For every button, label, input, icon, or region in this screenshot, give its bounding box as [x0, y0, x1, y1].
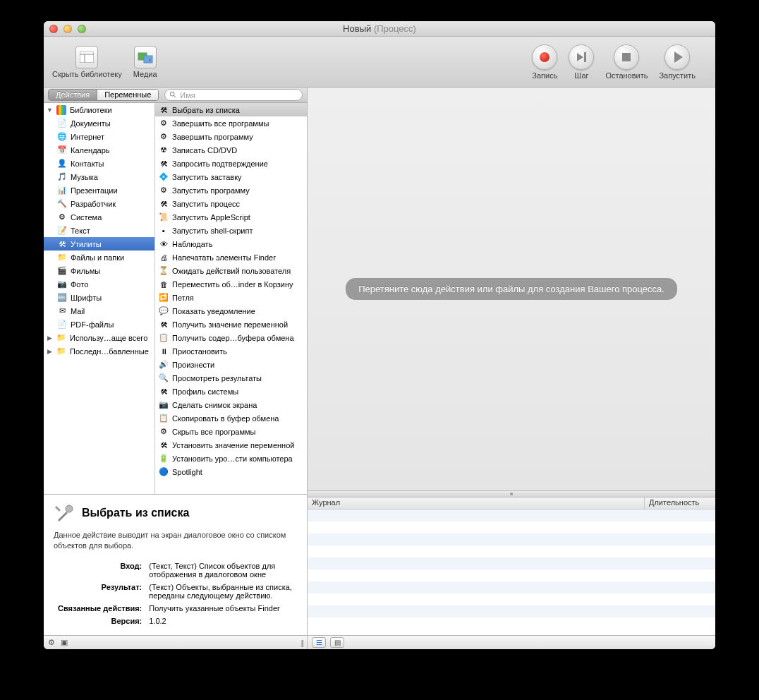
tab-variables[interactable]: Переменные — [97, 90, 158, 100]
category-item[interactable]: 📄Документы — [44, 116, 154, 130]
action-item[interactable]: 🗑Переместить об…inder в Корзину — [155, 277, 307, 291]
category-item[interactable]: 📄PDF-файлы — [44, 318, 154, 331]
category-smart-item[interactable]: ▶📁Последн…бавленные — [44, 344, 154, 358]
action-item[interactable]: 🖨Напечатать элементы Finder — [155, 251, 307, 264]
action-details: Выбрать из списка Данное действие выводи… — [44, 494, 307, 635]
action-item[interactable]: ▪Запустить shell-скрипт — [155, 224, 307, 237]
details-version-label: Версия: — [55, 615, 145, 627]
view-flow-button[interactable]: ▤ — [330, 637, 344, 648]
action-item[interactable]: 🔋Установить уро…сти компьютера — [155, 452, 307, 465]
gear-menu-button[interactable] — [48, 638, 55, 647]
search-input[interactable]: Имя — [164, 89, 303, 101]
action-item[interactable]: 📋Скопировать в буфер обмена — [155, 411, 307, 425]
action-icon: ⚙ — [158, 131, 169, 143]
category-item[interactable]: ✉Mail — [44, 304, 154, 318]
log-panel: Журнал Длительность — [308, 497, 715, 635]
action-item[interactable]: 🔵Spotlight — [155, 465, 307, 478]
workflow-canvas[interactable]: Перетяните сюда действия или файлы для с… — [308, 88, 715, 490]
category-icon: 👤 — [56, 158, 68, 169]
action-item[interactable]: ⚙Завершить все программы — [155, 116, 307, 130]
action-item[interactable]: 👁Наблюдать — [155, 237, 307, 251]
action-icon: 🛠 — [158, 440, 169, 451]
action-item[interactable]: 🛠Получить значение переменной — [155, 318, 307, 331]
action-item[interactable]: 🔍Просмотреть результаты — [155, 371, 307, 385]
log-col-journal[interactable]: Журнал — [308, 497, 645, 509]
action-icon: ⚙ — [158, 118, 169, 129]
action-item[interactable]: 🛠Запустить процесс — [155, 197, 307, 210]
action-item[interactable]: 🔁Петля — [155, 291, 307, 304]
category-smart-item[interactable]: ▶📁Использу…аще всего — [44, 331, 154, 344]
search-icon — [169, 91, 177, 99]
stop-button[interactable]: Остановить — [605, 44, 648, 80]
details-version-value: 1.0.2 — [146, 615, 296, 627]
step-button[interactable]: Шаг — [569, 44, 594, 80]
category-icon: 📄 — [56, 319, 68, 330]
category-icon: ⚙ — [56, 212, 68, 223]
action-icon: 🛠 — [158, 104, 169, 116]
action-item[interactable]: 🛠Профиль системы — [155, 385, 307, 398]
action-item[interactable]: ⏸Приостановить — [155, 344, 307, 358]
step-icon — [569, 44, 594, 70]
category-item[interactable]: 📊Презентации — [44, 183, 154, 197]
action-item[interactable]: ⚙Завершить программу — [155, 130, 307, 143]
category-icon: 📁 — [56, 252, 68, 263]
action-icon: 📋 — [158, 332, 169, 344]
details-related-label: Связанные действия: — [55, 603, 145, 614]
category-item[interactable]: 🌐Интернет — [44, 130, 154, 143]
panel-toggle-button[interactable]: ▣ — [61, 638, 68, 647]
action-icon: 🔍 — [158, 373, 169, 384]
tab-actions[interactable]: Действия — [49, 90, 97, 100]
action-item[interactable]: 📋Получить содер…буфера обмена — [155, 331, 307, 344]
action-item[interactable]: ⚙Скрыть все программы — [155, 425, 307, 438]
action-item[interactable]: 📜Запустить AppleScript — [155, 210, 307, 224]
splitter-handle[interactable] — [308, 490, 715, 497]
view-list-button[interactable]: ☰ — [312, 637, 326, 648]
titlebar: Новый (Процесс) — [44, 21, 715, 37]
action-item[interactable]: 🔊Произнести — [155, 358, 307, 371]
category-item[interactable]: 📷Фото — [44, 277, 154, 291]
category-root[interactable]: ▼Библиотеки — [44, 103, 154, 116]
run-button[interactable]: Запустить — [659, 44, 696, 80]
log-col-duration[interactable]: Длительность — [645, 497, 715, 509]
action-item[interactable]: 📷Сделать снимок экрана — [155, 398, 307, 411]
action-item[interactable]: ☢Записать CD/DVD — [155, 143, 307, 157]
action-item[interactable]: 🛠Выбрать из списка — [155, 103, 307, 116]
category-list[interactable]: ▼Библиотеки📄Документы🌐Интернет📅Календарь… — [44, 103, 155, 494]
hide-library-button[interactable]: Скрыть библиотеку — [52, 46, 122, 78]
action-icon: 🔊 — [158, 359, 169, 370]
action-icon: ⏸ — [158, 346, 169, 357]
category-item[interactable]: 📅Календарь — [44, 143, 154, 157]
category-item[interactable]: 👤Контакты — [44, 157, 154, 170]
action-list[interactable]: 🛠Выбрать из списка⚙Завершить все програм… — [155, 103, 307, 494]
resize-handle-icon[interactable]: ||| — [300, 639, 303, 647]
record-button[interactable]: Запись — [532, 44, 557, 80]
category-item[interactable]: 🔨Разработчик — [44, 197, 154, 210]
action-icon: 💬 — [158, 306, 169, 317]
action-item[interactable]: 🛠Запросить подтверждение — [155, 157, 307, 170]
category-item[interactable]: 🎵Музыка — [44, 170, 154, 183]
library-pane: Действия Переменные Имя ▼Библиотеки📄Доку… — [44, 88, 308, 649]
category-item[interactable]: 🎬Фильмы — [44, 264, 154, 277]
category-item[interactable]: 🔤Шрифты — [44, 291, 154, 304]
category-icon: 🎵 — [56, 171, 68, 183]
action-icon: 🗑 — [158, 279, 169, 290]
category-item[interactable]: ⚙Система — [44, 210, 154, 224]
details-result-value: (Текст) Объекты, выбранные из списка, пе… — [146, 581, 296, 601]
library-tabs: Действия Переменные — [48, 89, 159, 101]
details-related-value: Получить указанные объекты Finder — [146, 603, 296, 614]
stop-icon — [614, 44, 639, 70]
details-input-value: (Текст, Текст) Список объектов для отобр… — [146, 560, 296, 580]
action-item[interactable]: ⚙Запустить программу — [155, 183, 307, 197]
action-icon: ▪ — [158, 225, 169, 236]
category-item[interactable]: 📝Текст — [44, 224, 154, 237]
action-item[interactable]: 🛠Установить значение переменной — [155, 438, 307, 452]
canvas-placeholder: Перетяните сюда действия или файлы для с… — [346, 278, 677, 300]
action-item[interactable]: 💬Показать уведомление — [155, 304, 307, 318]
category-item[interactable]: 📁Файлы и папки — [44, 251, 154, 264]
category-icon: ✉ — [56, 306, 68, 317]
action-icon: 🛠 — [158, 386, 169, 397]
category-item[interactable]: 🛠Утилиты — [44, 237, 154, 251]
action-item[interactable]: 💠Запустить заставку — [155, 170, 307, 183]
media-button[interactable]: ♪ Медиа — [133, 46, 157, 78]
action-item[interactable]: ⏳Ожидать действий пользователя — [155, 264, 307, 277]
